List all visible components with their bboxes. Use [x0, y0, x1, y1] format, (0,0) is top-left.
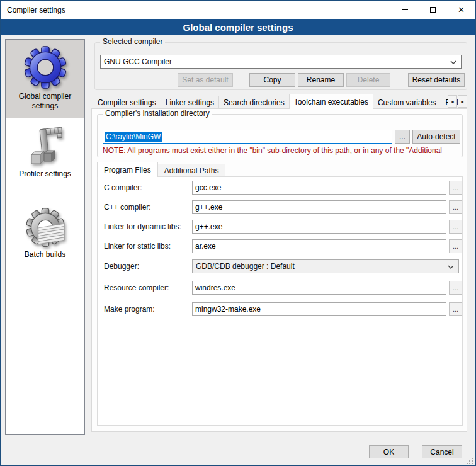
tab-linker-settings[interactable]: Linker settings — [161, 96, 219, 109]
c-compiler-browse-button[interactable]: ... — [449, 181, 462, 195]
tab-scroll-right-icon[interactable]: ► — [458, 95, 467, 108]
sidebar-item-batch-builds[interactable]: Batch builds — [6, 202, 84, 265]
tab-custom-variables[interactable]: Custom variables — [373, 96, 441, 109]
compiler-settings-window: Compiler settings ✕ Global compiler sett… — [0, 0, 476, 466]
caption-buttons: ✕ — [390, 1, 475, 19]
make-program-label: Make program: — [104, 302, 155, 316]
subtab-program-files[interactable]: Program Files — [97, 162, 158, 177]
resize-grip[interactable] — [467, 458, 473, 464]
cpp-compiler-browse-button[interactable]: ... — [449, 200, 462, 214]
sidebar-item-label: Batch builds — [6, 250, 84, 259]
dialog-body: Global compiler settings — [1, 35, 475, 465]
dynamic-linker-browse-button[interactable]: ... — [449, 220, 462, 234]
static-linker-label: Linker for static libs: — [104, 239, 171, 253]
sidebar-item-profiler-settings[interactable]: Profiler settings — [6, 120, 84, 186]
compiler-tabs: Compiler settings Linker settings Search… — [93, 94, 467, 109]
make-program-browse-button[interactable]: ... — [449, 302, 462, 316]
static-linker-input[interactable] — [192, 239, 446, 253]
maximize-button[interactable] — [419, 1, 447, 19]
install-dir-note: NOTE: All programs must exist either in … — [103, 146, 462, 155]
minimize-button[interactable] — [390, 1, 419, 19]
debugger-dropdown[interactable]: GDB/CDB debugger : Default — [192, 259, 459, 273]
close-button[interactable]: ✕ — [447, 1, 475, 19]
selected-compiler-value: GNU GCC Compiler — [104, 57, 172, 66]
window-title: Compiler settings — [1, 6, 65, 14]
footer-divider — [5, 441, 471, 441]
tab-compiler-settings[interactable]: Compiler settings — [93, 96, 161, 109]
close-icon: ✕ — [458, 6, 465, 14]
delete-button[interactable]: Delete — [346, 73, 390, 87]
banner-title: Global compiler settings — [183, 22, 293, 33]
sidebar-item-label: Global compiler settings — [6, 92, 84, 111]
tab-scroll-left-icon[interactable]: ◄ — [448, 95, 457, 108]
ok-button[interactable]: OK — [369, 445, 409, 458]
install-dir-selected-text: C:\raylib\MinGW — [105, 132, 162, 142]
chevron-down-icon — [450, 60, 456, 64]
sidebar-item-label: Profiler settings — [6, 169, 84, 179]
cpp-compiler-input[interactable] — [192, 200, 446, 214]
title-bar[interactable]: Compiler settings ✕ — [1, 1, 475, 19]
gear-stack-icon — [6, 202, 84, 247]
selected-compiler-dropdown[interactable]: GNU GCC Compiler — [100, 55, 462, 69]
auto-detect-button[interactable]: Auto-detect — [412, 130, 460, 144]
debugger-value: GDB/CDB debugger : Default — [196, 262, 295, 271]
resource-compiler-browse-button[interactable]: ... — [449, 281, 462, 295]
c-compiler-input[interactable] — [192, 181, 446, 195]
maximize-icon — [430, 7, 436, 13]
settings-category-list: Global compiler settings — [5, 39, 85, 435]
caliper-icon — [6, 120, 84, 167]
dynamic-linker-label: Linker for dynamic libs: — [104, 220, 181, 234]
toolchain-executables-page: Compiler's installation directory C:\ray… — [91, 108, 467, 432]
selected-compiler-group: Selected compiler GNU GCC Compiler Set a… — [94, 42, 467, 90]
static-linker-browse-button[interactable]: ... — [449, 239, 462, 253]
install-dir-browse-button[interactable]: ... — [395, 130, 410, 144]
dynamic-linker-input[interactable] — [192, 220, 446, 234]
reset-defaults-button[interactable]: Reset defaults — [408, 73, 465, 87]
make-program-input[interactable] — [192, 302, 446, 316]
debugger-label: Debugger: — [104, 259, 139, 273]
installation-directory-group: Compiler's installation directory C:\ray… — [97, 114, 463, 157]
program-subtabs: Program Files Additional Paths — [97, 162, 225, 177]
copy-button[interactable]: Copy — [249, 73, 295, 87]
subtab-additional-paths[interactable]: Additional Paths — [157, 164, 226, 177]
sidebar-item-global-compiler-settings[interactable]: Global compiler settings — [6, 40, 84, 118]
tab-scroll-buttons: ◄ ► — [447, 95, 467, 108]
cancel-button[interactable]: Cancel — [422, 445, 462, 458]
minimize-icon — [402, 9, 408, 10]
chevron-down-icon — [448, 265, 454, 269]
dialog-banner: Global compiler settings — [1, 19, 475, 35]
tab-toolchain-executables[interactable]: Toolchain executables — [289, 94, 373, 109]
set-as-default-button[interactable]: Set as default — [178, 73, 233, 87]
group-label: Selected compiler — [100, 37, 165, 46]
rename-button[interactable]: Rename — [298, 73, 344, 87]
resource-compiler-input[interactable] — [192, 281, 446, 295]
blue-gear-icon — [6, 40, 84, 89]
tab-search-directories[interactable]: Search directories — [218, 96, 290, 109]
c-compiler-label: C compiler: — [104, 181, 142, 195]
cpp-compiler-label: C++ compiler: — [104, 200, 151, 214]
group-label: Compiler's installation directory — [103, 109, 212, 118]
install-dir-input[interactable]: C:\raylib\MinGW — [103, 130, 392, 144]
program-files-page: C compiler: ... C++ compiler: ... Linker… — [97, 176, 463, 426]
resource-compiler-label: Resource compiler: — [104, 281, 169, 295]
